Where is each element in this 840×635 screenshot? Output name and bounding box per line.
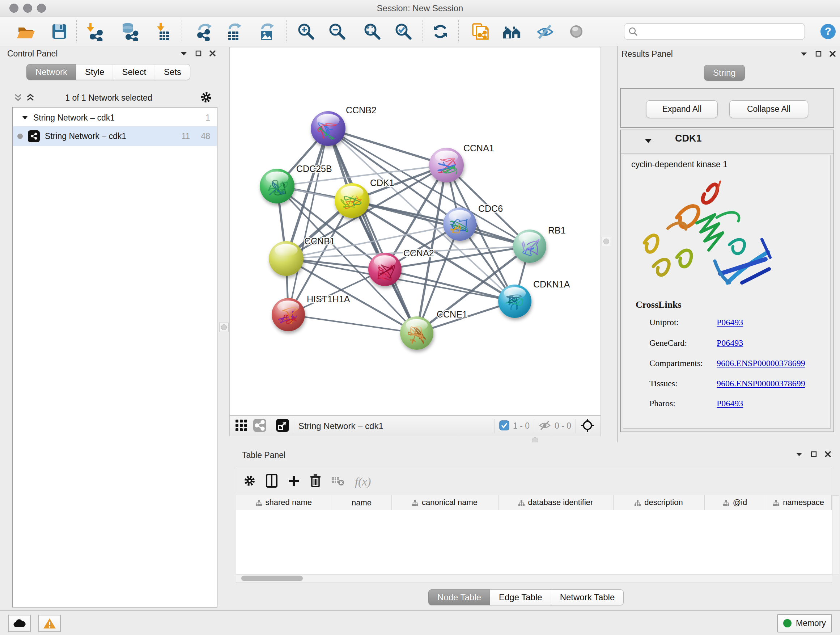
toolbar-separator xyxy=(76,20,77,42)
open-folder-icon xyxy=(16,22,35,41)
fit-selected-button[interactable] xyxy=(580,418,595,434)
close-panel-icon[interactable] xyxy=(829,51,836,57)
selected-checkbox[interactable] xyxy=(499,420,509,432)
delete-column-trash-icon[interactable] xyxy=(309,474,322,489)
open-session-button[interactable] xyxy=(16,22,35,41)
crosslink-tissues-link[interactable]: 9606.ENSP00000378699 xyxy=(717,379,805,388)
float-panel-icon[interactable] xyxy=(811,451,817,457)
crosshair-icon xyxy=(580,418,595,432)
refresh-icon xyxy=(431,22,450,41)
birdseye-view-button[interactable] xyxy=(276,418,289,434)
crosslink-label: Tissues: xyxy=(649,379,677,388)
save-session-button[interactable] xyxy=(49,22,69,41)
network-canvas[interactable]: CCNB2CCNA1CDC25BCDK1CDC6RB1CCNB1CCNA2CDK… xyxy=(229,47,601,416)
network-collection-row[interactable]: String Network – cdk1 1 xyxy=(13,109,217,126)
column-header[interactable]: description xyxy=(613,495,704,511)
collapse-all-button[interactable]: Collapse All xyxy=(729,100,808,118)
export-table-button[interactable] xyxy=(224,22,244,41)
export-image-button[interactable] xyxy=(257,22,276,41)
collection-expand-icon[interactable] xyxy=(22,116,28,120)
fit-content-button[interactable] xyxy=(363,22,382,41)
database-icon xyxy=(120,22,139,41)
node-label: CCNE1 xyxy=(437,309,467,319)
string-view-button[interactable] xyxy=(253,418,267,434)
table-vertical-scrollbar[interactable] xyxy=(832,495,839,575)
control-panel: Control Panel Network Style Select Sets … xyxy=(3,48,215,607)
panel-menu-icon[interactable] xyxy=(800,51,807,57)
column-header[interactable]: namespace xyxy=(766,495,831,511)
zoom-in-button[interactable] xyxy=(296,22,316,41)
column-header[interactable]: database identifier xyxy=(498,495,613,511)
close-panel-icon[interactable] xyxy=(210,50,216,57)
refresh-view-button[interactable] xyxy=(431,22,450,41)
crosslink-uniprot-link[interactable]: P06493 xyxy=(717,318,743,327)
network-panel-options-gear-icon[interactable] xyxy=(201,92,212,105)
column-header[interactable]: canonical name xyxy=(392,495,498,511)
memory-button[interactable]: Memory xyxy=(777,614,832,632)
tab-style[interactable]: Style xyxy=(76,64,113,80)
float-panel-icon[interactable] xyxy=(815,51,821,57)
toolbar-separator xyxy=(423,20,423,42)
import-network-database-button[interactable] xyxy=(120,22,140,41)
close-panel-icon[interactable] xyxy=(825,451,831,457)
tab-edge-table[interactable]: Edge Table xyxy=(490,589,551,605)
warnings-button[interactable] xyxy=(38,615,61,632)
hide-graphics-details-button[interactable] xyxy=(535,22,555,41)
home-button[interactable] xyxy=(502,22,522,41)
tab-sets[interactable]: Sets xyxy=(155,64,190,80)
column-header[interactable]: name xyxy=(332,495,392,511)
string-network-graph[interactable]: CCNB2CCNA1CDC25BCDK1CDC6RB1CCNB1CCNA2CDK… xyxy=(230,48,600,415)
table-horizontal-scrollbar[interactable] xyxy=(236,574,832,583)
column-header[interactable]: shared name xyxy=(236,495,332,511)
right-splitter-handle[interactable] xyxy=(602,237,611,246)
show-columns-icon[interactable] xyxy=(265,473,278,489)
add-column-icon[interactable] xyxy=(287,475,300,488)
show-graphics-details-button[interactable] xyxy=(567,22,586,41)
export-network-button[interactable] xyxy=(195,22,214,41)
table-empty-area xyxy=(236,510,832,574)
float-panel-icon[interactable] xyxy=(195,50,202,57)
network-row-selected[interactable]: String Network – cdk1 11 48 xyxy=(13,126,217,146)
clone-network-button[interactable] xyxy=(470,22,489,41)
panel-menu-icon[interactable] xyxy=(180,51,187,56)
crosslink-pharos-link[interactable]: P06493 xyxy=(717,399,743,409)
toolbar-search-field[interactable] xyxy=(624,23,805,40)
cloud-status-button[interactable] xyxy=(8,615,31,632)
scrollbar-thumb[interactable] xyxy=(241,576,303,581)
network-selection-status: 1 of 1 Network selected xyxy=(3,93,215,103)
node-label: CCNA2 xyxy=(403,248,434,258)
status-bar: Memory xyxy=(0,610,840,635)
expand-all-button[interactable]: Expand All xyxy=(646,100,718,118)
help-button[interactable]: ? xyxy=(818,22,838,41)
crosslinks-title: CrossLinks xyxy=(636,299,682,310)
hidden-eye-slash-icon xyxy=(538,420,551,431)
gene-name: CDK1 xyxy=(675,133,702,144)
tab-network-table[interactable]: Network Table xyxy=(551,589,624,605)
import-table-file-button[interactable] xyxy=(153,22,173,41)
svg-text:?: ? xyxy=(825,25,831,37)
search-input[interactable] xyxy=(638,27,795,36)
toolbar-separator xyxy=(286,20,286,42)
left-splitter-handle[interactable] xyxy=(219,323,229,332)
crosslink-genecard-link[interactable]: P06493 xyxy=(717,338,743,348)
delete-table-icon-disabled xyxy=(331,475,346,488)
network-edge-count: 48 xyxy=(201,131,210,141)
cytoscape-window: Session: New Session xyxy=(0,0,840,635)
zoom-out-button[interactable] xyxy=(327,22,347,41)
selected-counts: 1 - 0 xyxy=(513,421,530,431)
node-label: HIST1H1A xyxy=(307,294,350,304)
import-network-file-button[interactable] xyxy=(85,22,104,41)
zoom-selected-button[interactable] xyxy=(393,22,413,41)
tab-string-results[interactable]: String xyxy=(704,65,745,81)
section-collapse-icon[interactable] xyxy=(645,138,652,144)
houses-icon xyxy=(502,22,522,41)
tab-select[interactable]: Select xyxy=(113,64,155,80)
tab-node-table[interactable]: Node Table xyxy=(428,589,490,605)
table-options-gear-icon[interactable] xyxy=(243,475,256,488)
zoom-in-icon xyxy=(297,22,316,41)
tab-network[interactable]: Network xyxy=(27,64,76,80)
show-grid-button[interactable] xyxy=(235,419,248,433)
column-header[interactable]: @id xyxy=(704,495,766,511)
crosslink-compartments-link[interactable]: 9606.ENSP00000378699 xyxy=(717,358,805,368)
panel-menu-icon[interactable] xyxy=(796,452,803,457)
